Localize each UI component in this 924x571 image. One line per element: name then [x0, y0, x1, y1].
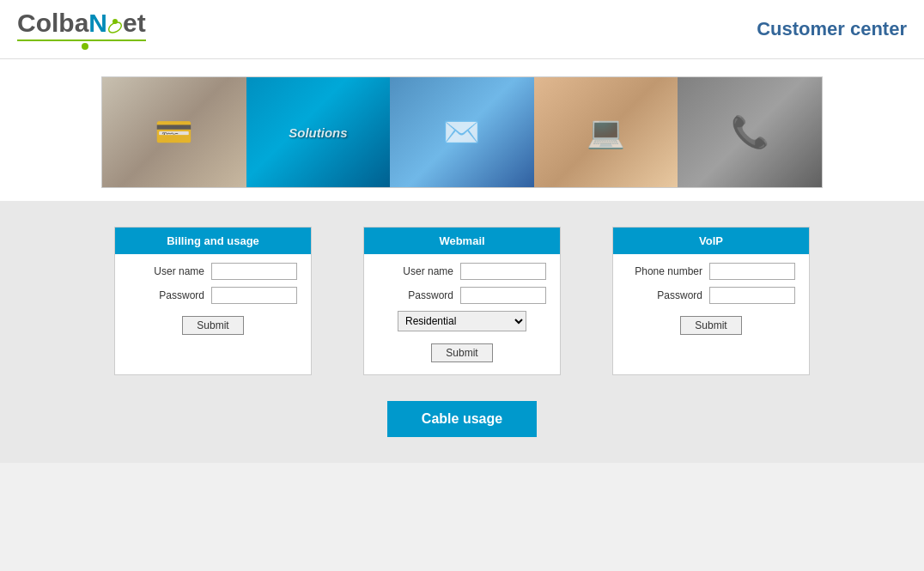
svg-point-1: [112, 19, 118, 24]
webmail-submit-row: Submit: [374, 338, 550, 366]
billing-panel-body: User name Password Submit: [115, 254, 311, 347]
logo-orbit-svg: [107, 18, 123, 37]
cable-usage-button[interactable]: Cable usage: [387, 401, 537, 437]
logo-subdot: [82, 43, 88, 50]
banner-section: Solutions: [0, 59, 924, 201]
header: Colba N et Customer center: [0, 0, 924, 59]
logo-n: N: [88, 9, 107, 38]
webmail-panel-header: Webmail: [364, 228, 560, 254]
voip-submit-button[interactable]: Submit: [680, 316, 741, 335]
banner-img-4: [534, 77, 678, 187]
webmail-submit-button[interactable]: Submit: [431, 343, 492, 362]
webmail-panel: Webmail User name Password Residential B…: [363, 227, 561, 375]
logo-text: Colba N et: [17, 9, 146, 38]
banner-img-1: [102, 77, 246, 187]
billing-password-label: Password: [125, 289, 211, 301]
webmail-password-row: Password: [374, 287, 550, 304]
solutions-text: Solutions: [289, 125, 347, 140]
webmail-password-label: Password: [374, 289, 460, 301]
billing-submit-row: Submit: [125, 311, 301, 338]
webmail-password-input[interactable]: [460, 287, 546, 304]
webmail-select-row: Residential Business: [374, 311, 550, 331]
webmail-username-label: User name: [374, 265, 460, 277]
voip-phone-label: Phone number: [623, 265, 709, 277]
login-panels: Billing and usage User name Password Sub…: [17, 227, 907, 375]
page-title: Customer center: [757, 18, 907, 40]
voip-password-row: Password: [623, 287, 799, 304]
billing-username-row: User name: [125, 263, 301, 280]
banner-images: Solutions: [101, 76, 823, 188]
webmail-username-input[interactable]: [460, 263, 546, 280]
main-content: Billing and usage User name Password Sub…: [0, 201, 924, 463]
voip-panel-header: VoIP: [613, 228, 809, 254]
logo: Colba N et: [17, 9, 146, 50]
voip-password-label: Password: [623, 289, 709, 301]
billing-username-label: User name: [125, 265, 211, 277]
billing-password-input[interactable]: [211, 287, 297, 304]
logo-colba: Colba: [17, 9, 88, 38]
logo-orbit-container: [107, 14, 123, 33]
webmail-username-row: User name: [374, 263, 550, 280]
billing-submit-button[interactable]: Submit: [182, 316, 243, 335]
billing-password-row: Password: [125, 287, 301, 304]
voip-password-input[interactable]: [709, 287, 795, 304]
voip-submit-row: Submit: [623, 311, 799, 338]
billing-panel: Billing and usage User name Password Sub…: [114, 227, 312, 375]
voip-panel: VoIP Phone number Password Submit: [612, 227, 810, 375]
voip-phone-input[interactable]: [709, 263, 795, 280]
cable-usage-section: Cable usage: [17, 401, 907, 437]
banner-img-3: [390, 77, 534, 187]
banner-img-2: Solutions: [246, 77, 391, 187]
voip-panel-body: Phone number Password Submit: [613, 254, 809, 347]
banner-img-5: [678, 77, 822, 187]
billing-username-input[interactable]: [211, 263, 297, 280]
voip-phone-row: Phone number: [623, 263, 799, 280]
logo-et: et: [123, 9, 146, 38]
webmail-type-select[interactable]: Residential Business: [398, 311, 526, 331]
logo-underline: [17, 39, 146, 41]
billing-panel-header: Billing and usage: [115, 228, 311, 254]
page-wrapper: Colba N et Customer center Solutions: [0, 0, 924, 571]
webmail-panel-body: User name Password Residential Business: [364, 254, 560, 374]
